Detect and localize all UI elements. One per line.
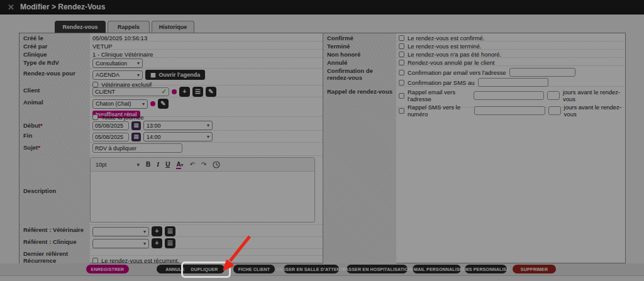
delete-button[interactable]: SUPPRIMER [513, 265, 556, 273]
save-button[interactable]: ENREGISTRER [86, 265, 129, 273]
finished-checkbox[interactable] [399, 43, 404, 49]
agenda-select[interactable]: AGENDA ▾ [92, 70, 143, 80]
row-termine: Terminé Le rendez-vous est terminé. [323, 41, 626, 50]
field-label: Référent : Clinique [19, 237, 90, 248]
row-description: Description 10pt ▾ B I U A▾ ↶ [19, 156, 323, 225]
chevron-down-icon: ▾ [142, 101, 145, 107]
animal-select[interactable]: Chaton (Chat) ▾ [92, 99, 148, 109]
reminder-email-input[interactable] [474, 91, 543, 100]
calendar-icon[interactable]: ▦ [131, 121, 141, 130]
no-show-checkbox[interactable] [399, 52, 404, 57]
recurrence-checkbox[interactable] [92, 258, 98, 263]
created-at-value: 05/08/2025 10:56:13 [90, 33, 323, 41]
required-mark: * [38, 144, 40, 151]
open-agenda-button[interactable]: ▦ Ouvrir l'agenda [145, 70, 205, 80]
field-label: Confirmation de rendez-vous [323, 66, 396, 86]
custom-sms-button[interactable]: SMS PERSONNALISÉ [465, 265, 507, 273]
row-referent-clinique: Référent : Clinique ▾ + ☰ [19, 237, 323, 249]
start-time-select[interactable]: 13:00 ▾ [143, 121, 213, 130]
field-label: Animal [19, 97, 90, 116]
row-cree-le: Créé le 05/08/2025 10:56:13 [19, 33, 323, 41]
end-date-input[interactable]: 05/08/2025 [92, 133, 129, 141]
tab-rappels[interactable]: Rappels [108, 21, 150, 33]
description-textarea[interactable] [91, 172, 314, 223]
undo-icon[interactable]: ↶ [190, 161, 195, 168]
field-label: Terminé [323, 41, 396, 49]
confirmed-checkbox[interactable] [399, 35, 404, 41]
appointment-type-select[interactable]: Consultation ▾ [92, 58, 143, 68]
client-list-button[interactable]: ☰ [192, 87, 203, 97]
client-file-button[interactable]: FICHE CLIENT [233, 265, 275, 273]
checkbox-label: Toute la journée [101, 114, 144, 121]
chevron-down-icon: ▾ [136, 162, 140, 168]
row-debut: Début* Toute la journée 05/08/2025 ▦ 13:… [19, 117, 323, 131]
edit-animal-button[interactable]: ✎ [158, 99, 169, 109]
font-size-select[interactable]: 10pt ▾ [96, 162, 140, 168]
row-confirmation-rdv: Confirmation de rendez-vous Confirmation… [323, 66, 626, 87]
bold-button[interactable]: B [146, 161, 150, 168]
row-client: Client CLIENT ✓ + ☰ ✎ [19, 85, 323, 97]
add-referent-clinic-button[interactable]: + [152, 238, 162, 248]
tab-rendez-vous[interactable]: Rendez-vous [55, 21, 106, 33]
reminder-email-days-input[interactable] [547, 91, 560, 100]
description-editor[interactable]: 10pt ▾ B I U A▾ ↶ ↷ [90, 157, 315, 223]
confirm-sms-input[interactable] [478, 78, 548, 87]
field-label: Référent : Vétérinaire [19, 225, 90, 236]
close-icon[interactable]: ✕ [8, 3, 14, 11]
referent-vet-list-button[interactable]: ☰ [165, 226, 175, 236]
tab-historique[interactable]: Historique [152, 21, 194, 33]
referent-clinic-select[interactable]: ▾ [92, 239, 149, 248]
subject-input[interactable]: RDV à dupliquer [92, 143, 182, 153]
row-sujet: Sujet* RDV à dupliquer [19, 143, 323, 156]
redo-icon[interactable]: ↷ [201, 161, 206, 168]
end-time-select[interactable]: 14:00 ▾ [143, 132, 213, 141]
row-confirme: Confirmé Le rendez-vous est confirmé. [323, 33, 626, 41]
field-label: Début* [19, 117, 90, 130]
custom-email-button[interactable]: EMAIL PERSONNALISÉ [413, 265, 461, 273]
to-hospitalization-button[interactable]: PASSER EN HOSPITALISATION [347, 265, 408, 273]
add-referent-vet-button[interactable]: + [152, 226, 162, 236]
cancelled-checkbox[interactable] [399, 60, 404, 65]
client-input[interactable]: CLIENT ✓ [92, 87, 169, 96]
page-title: Modifier > Rendez-Vous [20, 3, 105, 11]
confirm-sms-checkbox[interactable] [399, 80, 404, 85]
field-label: Créé par [19, 41, 90, 49]
form-left-column: Créé le 05/08/2025 10:56:13 Créé par VET… [19, 33, 323, 263]
field-label: Clinique [19, 50, 90, 57]
clock-icon[interactable] [213, 161, 220, 168]
row-non-honore: Non honoré Le rendez-vous n'a pas été ho… [323, 50, 626, 58]
edit-client-button[interactable]: ✎ [206, 87, 216, 97]
required-mark: * [40, 122, 43, 129]
checkbox-label: Le rendez-vous n'a pas été honoré. [408, 51, 501, 58]
chevron-down-icon: ▾ [143, 229, 146, 234]
duplicate-button[interactable]: DUPLIQUER [184, 265, 225, 273]
chevron-down-icon: ▾ [137, 60, 140, 66]
font-color-button[interactable]: A▾ [176, 161, 183, 168]
to-waiting-room-button[interactable]: PASSER EN SALLE D'ATTENTE [284, 265, 339, 273]
valid-check-icon: ✓ [162, 88, 167, 95]
client-status-dot [172, 89, 177, 94]
referent-vet-select[interactable]: ▾ [92, 227, 149, 236]
underline-button[interactable]: U [165, 161, 170, 168]
referent-clinic-list-button[interactable]: ☰ [165, 238, 175, 248]
field-label: Client [19, 85, 90, 97]
chevron-down-icon: ▾ [207, 134, 209, 140]
all-day-checkbox[interactable] [92, 114, 98, 120]
chevron-down-icon: ▾ [181, 162, 184, 168]
animal-status-dot [150, 101, 155, 106]
add-client-button[interactable]: + [179, 87, 190, 97]
calendar-icon[interactable]: ▦ [131, 133, 141, 141]
checkbox-label: Le rendez-vous est terminé. [408, 43, 482, 50]
row-referent-veterinaire: Référent : Vétérinaire ▾ + ☰ [19, 225, 323, 237]
checkbox-label: Confirmation par email vers l'adresse [408, 69, 506, 76]
italic-button[interactable]: I [157, 161, 159, 168]
confirm-email-input[interactable] [509, 68, 575, 77]
confirm-email-checkbox[interactable] [399, 70, 404, 75]
checkbox-label: Rendez-vous annulé par le client [408, 59, 494, 66]
action-bar: ENREGISTRER ANNULER DUPLIQUER FICHE CLIE… [0, 263, 644, 276]
field-label: Description [19, 156, 90, 224]
field-label: Confirmé [323, 33, 396, 41]
reminder-email-checkbox[interactable] [399, 93, 404, 99]
start-date-input[interactable]: 05/08/2025 [92, 121, 129, 130]
checkbox-label: Confirmation par SMS au [408, 79, 475, 86]
